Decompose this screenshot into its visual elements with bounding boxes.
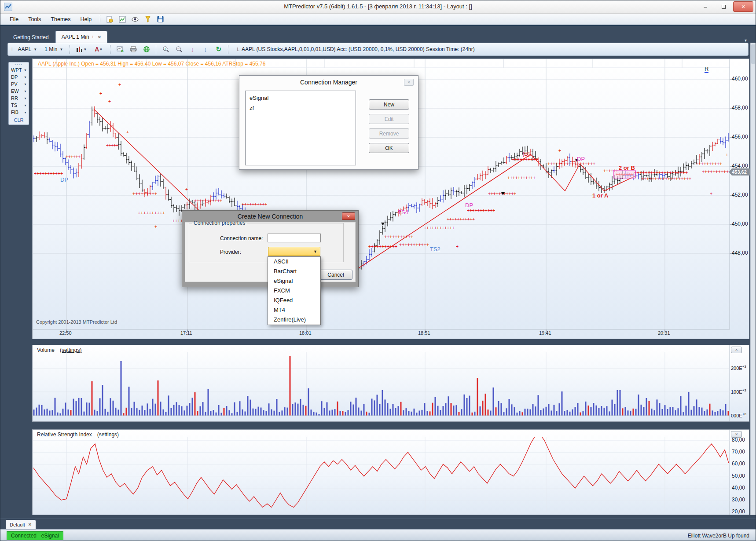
new-report-button[interactable] bbox=[104, 14, 115, 24]
sidebar-item-label: FIB bbox=[11, 110, 18, 115]
menubar: FileToolsThemesHelp bbox=[0, 14, 756, 26]
annotation-button[interactable]: A▼ bbox=[91, 44, 106, 55]
tab-list-dropdown-icon[interactable]: ▾ bbox=[745, 38, 747, 43]
svg-text:−: − bbox=[177, 47, 180, 51]
analysis-sidebar: •••• WPT▼DP▼PV▼EW▼RR▼TS▼FIB▼ CLR bbox=[8, 62, 29, 125]
save-button[interactable] bbox=[155, 14, 166, 24]
minimize-button[interactable]: – bbox=[697, 1, 714, 12]
symbol-select[interactable]: AAPL▼ bbox=[15, 45, 40, 54]
tab-close-icon[interactable]: ✕ bbox=[28, 522, 32, 527]
toolbar-grip[interactable]: ⁞ bbox=[11, 47, 13, 51]
window-controls: – ✕ bbox=[697, 1, 753, 12]
volume-settings-link[interactable]: (settings) bbox=[60, 347, 81, 353]
bar-spacing-increase-button[interactable]: ↕ bbox=[187, 44, 198, 55]
connection-list-item[interactable]: eSignal bbox=[246, 93, 356, 103]
sidebar-grip[interactable]: •••• bbox=[9, 63, 29, 66]
sidebar-item-fib[interactable]: FIB▼ bbox=[9, 109, 29, 116]
sidebar-item-label: WPT bbox=[11, 67, 22, 73]
connection-status-badge: Connected - eSignal bbox=[7, 531, 63, 540]
provider-option-fxcm[interactable]: FXCM bbox=[268, 286, 320, 296]
close-icon[interactable]: ✕ bbox=[342, 212, 355, 220]
volume-close-button[interactable]: ✕ bbox=[731, 347, 742, 353]
maximize-icon bbox=[722, 5, 726, 9]
ok-button[interactable]: OK bbox=[369, 143, 409, 153]
copyright-text: Copyright 2001-2013 MTPredictor Ltd bbox=[36, 319, 117, 325]
layout-tab-default[interactable]: Default ✕ bbox=[6, 520, 36, 529]
visibility-button[interactable] bbox=[129, 14, 140, 24]
tab-label: AAPL 1 Min bbox=[62, 34, 89, 40]
rsi-panel[interactable]: Relative Strength Index (settings) ✕ bbox=[32, 429, 749, 515]
new-button[interactable]: New bbox=[369, 99, 409, 110]
maximize-button[interactable] bbox=[715, 1, 732, 12]
sidebar-item-ew[interactable]: EW▼ bbox=[9, 88, 29, 95]
sidebar-item-clr[interactable]: CLR bbox=[9, 116, 29, 124]
close-icon[interactable]: ✕ bbox=[404, 79, 414, 86]
menu-items: FileToolsThemesHelp bbox=[5, 14, 96, 25]
app-window: MTPredictor v7.5 (64bit) 1.61.5 - [3 фев… bbox=[0, 0, 756, 541]
chevron-down-icon: ▼ bbox=[24, 69, 27, 72]
provider-combobox[interactable]: ▼ bbox=[268, 247, 320, 256]
globe-icon bbox=[143, 46, 150, 53]
sidebar-item-label: PV bbox=[11, 81, 18, 87]
print-button[interactable] bbox=[128, 44, 139, 55]
rsi-close-button[interactable]: ✕ bbox=[731, 431, 742, 438]
chart-wizard-button[interactable] bbox=[117, 14, 128, 24]
export-image-button[interactable]: ✕ bbox=[114, 44, 125, 55]
connection-listbox[interactable]: eSignalzf bbox=[245, 91, 356, 165]
sidebar-item-wpt[interactable]: WPT▼ bbox=[9, 66, 29, 73]
rsi-title: Relative Strength Index bbox=[37, 431, 92, 438]
tab-aapl-1-min[interactable]: AAPL 1 MinL✕ bbox=[55, 31, 107, 43]
volume-panel[interactable]: Volume (settings) ✕ bbox=[32, 345, 749, 422]
new-report-icon bbox=[106, 16, 113, 23]
menu-icon-toolbar bbox=[104, 14, 166, 24]
connection-manager-buttons: NewEditRemoveOK bbox=[369, 99, 409, 153]
provider-option-mt4[interactable]: MT4 bbox=[268, 305, 320, 315]
chevron-down-icon: ▼ bbox=[24, 97, 27, 100]
zoom-in-button[interactable]: + bbox=[160, 44, 171, 55]
last-price-badge: 453,62 bbox=[729, 168, 750, 175]
menu-themes[interactable]: Themes bbox=[46, 14, 75, 25]
sidebar-item-label: RR bbox=[11, 95, 18, 101]
sidebar-item-ts[interactable]: TS▼ bbox=[9, 102, 29, 109]
connection-list-item[interactable]: zf bbox=[246, 103, 356, 113]
tab-getting-started[interactable]: Getting Started bbox=[7, 32, 55, 43]
tab-close-icon[interactable]: ✕ bbox=[98, 35, 101, 40]
chart-style-button[interactable]: ▼ bbox=[74, 44, 89, 55]
symbol-label: AAPL bbox=[18, 46, 32, 52]
provider-option-esignal[interactable]: eSignal bbox=[268, 276, 320, 286]
connection-manager-dialog: Connection Manager ✕ eSignalzf NewEditRe… bbox=[239, 75, 418, 170]
menu-file[interactable]: File bbox=[5, 14, 23, 25]
scrollbar-thumb[interactable] bbox=[751, 44, 755, 64]
connection-name-input[interactable] bbox=[268, 234, 321, 242]
zoom-out-button[interactable]: − bbox=[173, 44, 184, 55]
eye-icon bbox=[132, 17, 139, 22]
sidebar-item-rr[interactable]: RR▼ bbox=[9, 95, 29, 102]
chart-wizard-icon bbox=[119, 16, 126, 23]
highlighter-button[interactable] bbox=[142, 14, 153, 24]
provider-option-ascii[interactable]: ASCII bbox=[268, 257, 320, 267]
compress-vertical-icon: ↕ bbox=[204, 46, 207, 53]
provider-option-barchart[interactable]: BarChart bbox=[268, 267, 320, 276]
sidebar-item-dp[interactable]: DP▼ bbox=[9, 73, 29, 80]
dialog-title: Create New Connection bbox=[182, 213, 358, 220]
rsi-header: Relative Strength Index (settings) bbox=[37, 431, 119, 438]
chart-toolbar: ⁞ AAPL▼ 1 Min▼ ▼ A▼ ✕ + − ↕ ↕ ↻ L AAPL (… bbox=[7, 43, 749, 56]
vertical-scrollbar[interactable] bbox=[750, 43, 756, 515]
session-globe-button[interactable] bbox=[141, 44, 152, 55]
menu-tools[interactable]: Tools bbox=[23, 14, 46, 25]
cancel-button[interactable]: Cancel bbox=[319, 270, 352, 280]
chevron-down-icon: ▼ bbox=[24, 76, 27, 79]
bar-spacing-decrease-button[interactable]: ↕ bbox=[200, 44, 211, 55]
svg-text:+: + bbox=[164, 47, 166, 51]
menu-help[interactable]: Help bbox=[76, 14, 97, 25]
refresh-button[interactable]: ↻ bbox=[213, 44, 224, 55]
interval-select[interactable]: 1 Min▼ bbox=[42, 45, 66, 54]
toolbar-separator bbox=[156, 45, 156, 54]
sidebar-item-pv[interactable]: PV▼ bbox=[9, 80, 29, 88]
provider-option-iqfeed[interactable]: IQFeed bbox=[268, 296, 320, 305]
provider-option-zenfirelive[interactable]: Zenfire(Live) bbox=[268, 315, 320, 325]
dialog-title: Connection Manager bbox=[239, 79, 418, 86]
rsi-settings-link[interactable]: (settings) bbox=[97, 431, 119, 438]
close-button[interactable]: ✕ bbox=[733, 1, 753, 12]
ohlc-header: AAPL (Apple Inc.) Open = 456,31 High = 4… bbox=[38, 61, 265, 67]
